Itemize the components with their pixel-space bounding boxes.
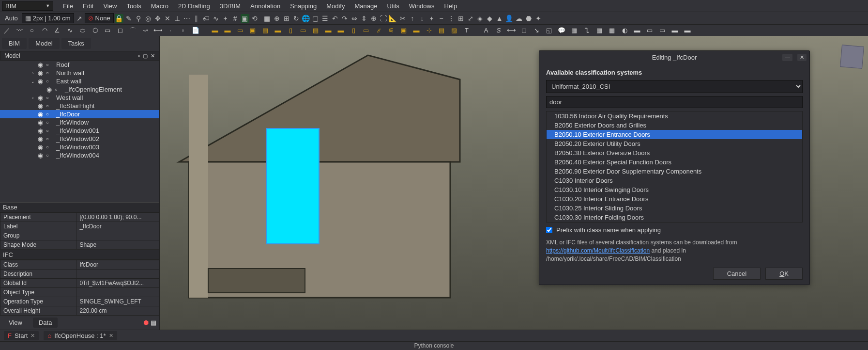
window-icon[interactable]: ▯ bbox=[286, 26, 295, 35]
minimize-icon[interactable]: ▫ bbox=[138, 53, 140, 59]
panel-icon[interactable]: ▭ bbox=[235, 26, 245, 35]
maximize-icon[interactable]: ▢ bbox=[143, 53, 148, 59]
bezier-icon[interactable]: ⤻ bbox=[140, 26, 150, 35]
left-tab-bim[interactable]: BIM bbox=[2, 38, 27, 49]
snap2-icon[interactable]: ⊞ bbox=[282, 14, 291, 23]
x-icon[interactable]: ✕ bbox=[163, 14, 172, 23]
prop-tab-view[interactable]: View bbox=[3, 318, 28, 328]
visibility-icon[interactable]: ◉ bbox=[38, 61, 45, 68]
arc-icon[interactable]: ◠ bbox=[40, 26, 49, 35]
rect-icon[interactable]: ▭ bbox=[103, 26, 112, 35]
classification-item[interactable]: B2050.10 Exterior Entrance Doors bbox=[547, 130, 802, 139]
vlist-icon[interactable]: ⋮ bbox=[447, 14, 456, 23]
leader-icon[interactable]: ↘ bbox=[532, 26, 541, 35]
expand-icon[interactable]: › bbox=[30, 71, 36, 76]
circle2-icon[interactable]: ○ bbox=[27, 26, 37, 35]
cube-icon[interactable]: ⬢ bbox=[143, 319, 149, 326]
expand-icon[interactable]: ⤢ bbox=[466, 14, 475, 23]
close-tab-icon[interactable]: ✕ bbox=[109, 333, 113, 339]
line-icon[interactable]: ／ bbox=[2, 26, 12, 35]
menu-annotation[interactable]: Annotation bbox=[245, 1, 285, 11]
stairs-icon[interactable]: ▤ bbox=[311, 26, 320, 35]
sheet-icon[interactable]: ▤ bbox=[151, 319, 156, 326]
blk3-icon[interactable]: ▭ bbox=[657, 26, 667, 35]
nav-cube[interactable] bbox=[840, 45, 864, 69]
prop-value[interactable]: 0Tif_$wI1FwAwq$OJt2... bbox=[76, 279, 159, 288]
note-link[interactable]: https://github.com/Moult/IfcClassificati… bbox=[546, 247, 650, 254]
tree-item[interactable]: ⌄◉▫East wall bbox=[0, 77, 159, 85]
misc5-icon[interactable]: ☁ bbox=[515, 14, 523, 23]
classification-item[interactable]: C1030 Interior Doors bbox=[547, 176, 802, 185]
pipe-icon[interactable]: ⚟ bbox=[386, 26, 396, 35]
ok-button[interactable]: OK bbox=[765, 268, 803, 280]
swap-icon[interactable]: ⇅ bbox=[582, 26, 592, 35]
prop-value[interactable] bbox=[76, 231, 159, 240]
tree-item[interactable]: ›◉▫West wall bbox=[0, 94, 159, 102]
rebar-icon[interactable]: ⫽ bbox=[374, 26, 383, 35]
misc7-icon[interactable]: ✦ bbox=[534, 14, 543, 23]
angle-icon[interactable]: ∠ bbox=[52, 26, 62, 35]
doc-tab[interactable]: ⌂IfcOpenHouse : 1*✕ bbox=[44, 331, 117, 340]
tree-item[interactable]: ◉▫Roof bbox=[0, 61, 159, 69]
minus-icon[interactable]: − bbox=[437, 14, 446, 23]
polygon-icon[interactable]: ⬡ bbox=[90, 26, 100, 35]
prop-value[interactable]: [(0.00 0.00 1.00); 90.0... bbox=[76, 213, 159, 222]
pen-icon[interactable]: ✎ bbox=[124, 14, 133, 23]
lock-icon[interactable]: 🔒 bbox=[115, 14, 123, 23]
misc4-icon[interactable]: 👤 bbox=[505, 14, 514, 23]
probe-icon[interactable]: ⚲ bbox=[134, 14, 143, 23]
up-icon[interactable]: ↑ bbox=[408, 14, 417, 23]
redo-icon[interactable]: ↷ bbox=[340, 14, 349, 23]
menu-edit[interactable]: Edit bbox=[78, 1, 98, 11]
classification-item[interactable]: B2050.30 Exterior Oversize Doors bbox=[547, 148, 802, 158]
menu-modify[interactable]: Modify bbox=[321, 1, 350, 11]
tag-icon[interactable]: 🏷 bbox=[202, 14, 211, 23]
classification-item[interactable]: B2050.20 Exterior Utility Doors bbox=[547, 139, 802, 148]
undo-icon[interactable]: ↶ bbox=[331, 14, 339, 23]
prop-value[interactable]: Shape bbox=[76, 240, 159, 250]
grid-toggle-icon[interactable]: ▦ bbox=[263, 14, 272, 23]
page-icon[interactable]: 📄 bbox=[191, 26, 200, 35]
tree-item[interactable]: ›◉▫North wall bbox=[0, 69, 159, 77]
list-icon[interactable]: ☰ bbox=[321, 14, 330, 23]
misc6-icon[interactable]: ⬣ bbox=[524, 14, 533, 23]
tree-item[interactable]: ◉▫_IfcWindow003 bbox=[0, 143, 159, 151]
blk2-icon[interactable]: ▭ bbox=[645, 26, 655, 35]
curve-icon[interactable]: ∿ bbox=[212, 14, 220, 23]
doc-tab[interactable]: FStart✕ bbox=[4, 331, 39, 340]
rotate-icon[interactable]: ⟲ bbox=[250, 14, 259, 23]
visibility-icon[interactable]: ◉ bbox=[38, 94, 45, 101]
misc1-icon[interactable]: ◈ bbox=[476, 14, 485, 23]
box-icon[interactable]: ▢ bbox=[311, 14, 320, 23]
tree-item[interactable]: ◉▫_IfcOpeningElement bbox=[0, 85, 159, 94]
hash-icon[interactable]: # bbox=[231, 14, 240, 23]
furn-icon[interactable]: ▬ bbox=[411, 26, 421, 35]
none-field[interactable]: ⊘ None bbox=[85, 13, 114, 23]
down-icon[interactable]: ↓ bbox=[418, 14, 426, 23]
arrow-icon[interactable]: ↗ bbox=[75, 14, 84, 23]
property-row[interactable]: Shape ModeShape bbox=[0, 240, 159, 250]
filter-input[interactable] bbox=[546, 96, 803, 108]
classification-item[interactable]: C1030.10 Interior Swinging Doors bbox=[547, 185, 802, 194]
close-icon[interactable]: ✕ bbox=[151, 53, 155, 59]
menu-utils[interactable]: Utils bbox=[382, 1, 404, 11]
struct-icon[interactable]: ▬ bbox=[223, 26, 232, 35]
classification-item[interactable]: B2050.90 Exterior Door Supplementary Com… bbox=[547, 167, 802, 176]
text2-icon[interactable]: T bbox=[462, 26, 472, 35]
visibility-icon[interactable]: ◉ bbox=[46, 86, 53, 93]
fit-icon[interactable]: ⛶ bbox=[379, 14, 388, 23]
menu-windows[interactable]: Windows bbox=[404, 1, 440, 11]
contrast-icon[interactable]: ◐ bbox=[620, 26, 629, 35]
classification-item[interactable]: C1030.25 Interior Sliding Doors bbox=[547, 204, 802, 213]
callout-icon[interactable]: ◱ bbox=[544, 26, 554, 35]
door-icon[interactable]: ▭ bbox=[298, 26, 308, 35]
property-row[interactable]: Group bbox=[0, 231, 159, 240]
txt-a-icon[interactable]: A bbox=[481, 26, 491, 35]
refresh-icon[interactable]: ↻ bbox=[292, 14, 301, 23]
property-row[interactable]: Overall Height220.00 cm bbox=[0, 306, 159, 316]
expand-icon[interactable]: › bbox=[30, 95, 36, 100]
property-row[interactable]: Label_IfcDoor bbox=[0, 222, 159, 231]
expand-icon[interactable]: ⌄ bbox=[30, 79, 36, 84]
misc2-icon[interactable]: ◆ bbox=[486, 14, 494, 23]
prefix-checkbox[interactable] bbox=[546, 227, 552, 233]
